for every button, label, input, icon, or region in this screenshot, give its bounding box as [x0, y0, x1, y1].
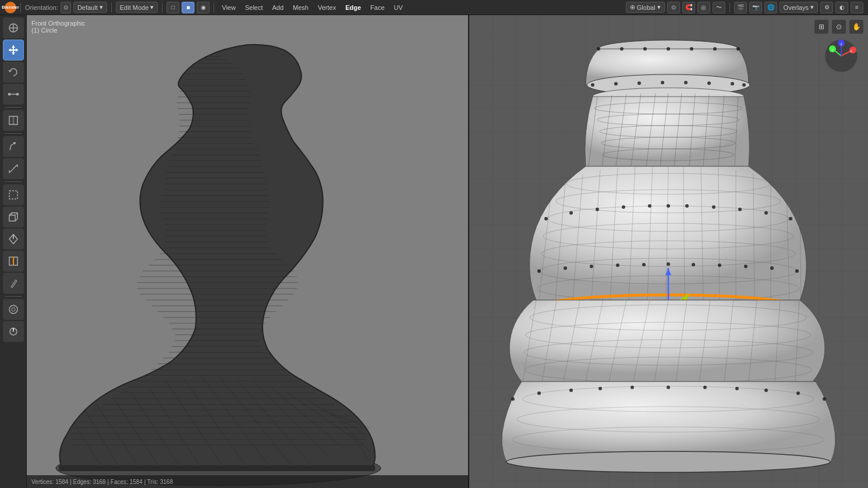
gizmo-icon[interactable]: ⚙	[820, 2, 833, 13]
svg-point-248	[795, 269, 799, 273]
viewport-left-status: Vertices: 1584 | Edges: 3168 | Faces: 15…	[27, 475, 468, 488]
snap-icon[interactable]: 🧲	[682, 2, 695, 13]
menu-add[interactable]: Add	[269, 3, 288, 12]
svg-point-255	[703, 386, 707, 389]
knife-tool[interactable]	[3, 273, 24, 294]
sketch-view	[27, 15, 468, 488]
scale-tool[interactable]	[3, 84, 24, 105]
viewport-camera-icon[interactable]: ⊙	[832, 20, 846, 34]
svg-point-257	[764, 389, 768, 392]
svg-point-235	[738, 208, 742, 211]
menu-uv[interactable]: UV	[391, 3, 406, 12]
svg-point-242	[642, 263, 646, 266]
transform-tool[interactable]	[3, 110, 24, 131]
tool-sep-4	[5, 296, 22, 297]
loop-cut-tool[interactable]	[3, 251, 24, 272]
rotate-tool[interactable]	[3, 62, 24, 83]
menu-select[interactable]: Select	[242, 3, 267, 12]
svg-point-245	[718, 263, 721, 267]
menu-mesh[interactable]: Mesh	[289, 3, 312, 12]
svg-line-16	[9, 165, 17, 173]
overlays-dropdown[interactable]: Overlays ▾	[780, 2, 818, 13]
svg-point-224	[707, 81, 711, 85]
svg-marker-7	[9, 48, 11, 52]
svg-point-252	[598, 387, 602, 390]
cursor-tool[interactable]	[3, 17, 24, 38]
mode-icon[interactable]: ≡	[851, 2, 863, 13]
extrude-tool[interactable]	[3, 229, 24, 250]
material-icon[interactable]: ◉	[197, 2, 210, 13]
separator-5	[729, 3, 730, 12]
menu-view[interactable]: View	[218, 3, 239, 12]
svg-point-223	[684, 81, 688, 84]
smooth-tool[interactable]	[3, 299, 24, 320]
world-icon[interactable]: 🌐	[764, 2, 777, 13]
solid-icon[interactable]: ■	[182, 2, 194, 13]
svg-marker-5	[12, 45, 15, 48]
orientation-icon[interactable]: ⊙	[61, 2, 71, 13]
scene-icon[interactable]: 📷	[749, 2, 762, 13]
svg-point-240	[590, 265, 593, 268]
svg-point-27	[9, 305, 17, 314]
proportional-icon[interactable]: ◎	[697, 2, 710, 13]
annotate-tool[interactable]	[3, 136, 24, 157]
svg-point-218	[736, 47, 740, 51]
separator-4	[214, 3, 214, 12]
navigation-gizmo[interactable]: X Y Z	[824, 38, 859, 73]
menu-edge[interactable]: Edge	[342, 3, 364, 12]
tool-sep-2	[5, 133, 22, 134]
svg-point-15	[13, 142, 16, 144]
svg-point-221	[637, 81, 641, 85]
svg-point-253	[630, 386, 634, 389]
tool-sep-1	[5, 107, 22, 108]
svg-point-213	[620, 47, 623, 51]
svg-text:Z: Z	[840, 42, 842, 46]
viewport-hand-icon[interactable]: ✋	[849, 20, 863, 34]
viewport-shading-icon[interactable]: ◐	[835, 2, 848, 13]
svg-point-258	[796, 391, 800, 395]
pivot-icon[interactable]: ⊙	[667, 2, 680, 13]
transform-icon: ⊕	[630, 3, 635, 11]
edit-mode-dropdown[interactable]: Edit Mode ▾	[116, 2, 158, 13]
viewport-left[interactable]: Front Orthographic (1) Circle	[27, 15, 469, 488]
move-tool[interactable]	[3, 40, 24, 60]
svg-point-234	[712, 205, 715, 209]
svg-point-217	[713, 47, 717, 51]
measure-tool[interactable]	[3, 158, 24, 179]
top-toolbar: Blender Orientation: ⊙ Default ▾ Edit Mo…	[0, 0, 868, 15]
svg-point-256	[735, 387, 739, 390]
svg-point-241	[616, 263, 619, 267]
box-select-tool[interactable]	[3, 184, 24, 205]
svg-point-216	[690, 47, 693, 51]
svg-point-219	[591, 83, 594, 87]
viewport-right[interactable]: ⊞ ⊙ ✋ X Y Z	[469, 15, 868, 488]
svg-point-231	[648, 204, 651, 208]
svg-point-259	[823, 397, 826, 401]
svg-marker-8	[16, 48, 18, 52]
svg-point-225	[731, 82, 734, 86]
shrink-tool[interactable]	[3, 321, 24, 342]
menu-vertex[interactable]: Vertex	[314, 3, 339, 12]
svg-point-236	[764, 211, 768, 215]
svg-rect-20	[9, 215, 15, 221]
transform-dropdown[interactable]: ⊕ Global ▾	[626, 2, 665, 13]
menu-face[interactable]: Face	[367, 3, 388, 12]
svg-rect-119	[59, 465, 375, 471]
svg-rect-19	[9, 191, 17, 199]
svg-point-239	[564, 266, 567, 270]
separator-2	[111, 3, 112, 12]
wave-icon[interactable]: 〜	[713, 2, 725, 13]
svg-point-254	[667, 386, 670, 389]
svg-point-227	[544, 217, 548, 220]
svg-point-215	[667, 47, 670, 51]
svg-point-246	[744, 265, 747, 268]
svg-rect-12	[16, 93, 19, 95]
svg-point-238	[537, 269, 541, 273]
svg-text:Y: Y	[831, 48, 834, 52]
orientation-dropdown[interactable]: Default ▾	[73, 2, 107, 13]
svg-point-237	[789, 217, 792, 220]
wireframe-icon[interactable]: □	[166, 2, 179, 13]
viewport-grid-icon[interactable]: ⊞	[814, 20, 828, 34]
add-cube-tool[interactable]	[3, 206, 24, 227]
render-icon[interactable]: 🎬	[734, 2, 747, 13]
